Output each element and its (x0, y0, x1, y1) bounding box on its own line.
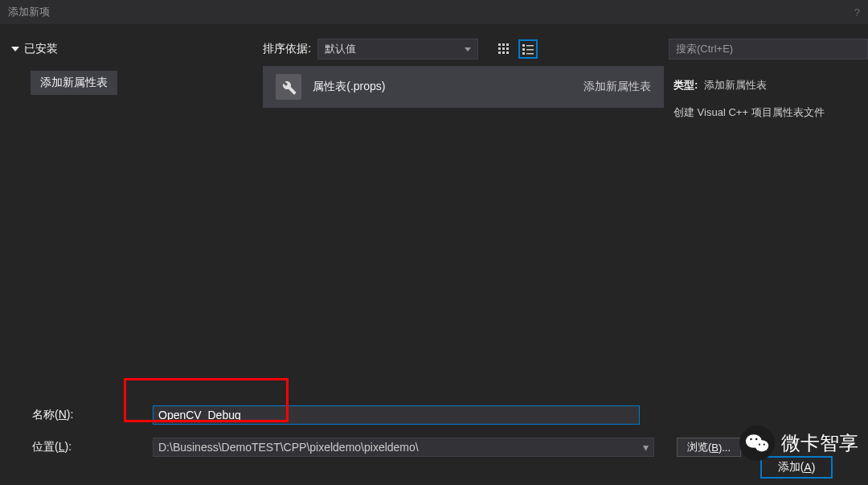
titlebar: 添加新项 ? (0, 0, 868, 24)
desc-type-value: 添加新属性表 (704, 79, 767, 91)
toolbar: 排序依据: 默认值 (263, 39, 664, 60)
template-type: 添加新属性表 (583, 80, 651, 94)
search-placeholder: 搜索(Ctrl+E) (676, 42, 733, 56)
row-name: 名称(N): (32, 402, 857, 428)
bottom-form: 名称(N): 位置(L): D:\Business\DemoTEST\CPP\p… (0, 388, 868, 460)
svg-point-19 (759, 444, 760, 446)
svg-point-20 (764, 444, 765, 446)
svg-point-18 (755, 438, 758, 441)
sort-value: 默认值 (325, 42, 356, 56)
right-pane: 搜索(Ctrl+E) 类型: 添加新属性表 创建 Visual C++ 项目属性… (664, 24, 868, 388)
chevron-down-icon (465, 47, 471, 51)
svg-rect-0 (498, 43, 501, 46)
wrench-icon (276, 74, 301, 100)
desc-detail: 创建 Visual C++ 项目属性表文件 (674, 101, 868, 124)
svg-rect-6 (498, 51, 501, 54)
view-list-icon[interactable] (518, 39, 538, 59)
svg-point-16 (755, 440, 769, 451)
wechat-icon (739, 425, 775, 461)
sidebar: 已安装 添加新属性表 (0, 24, 263, 388)
location-dropdown[interactable]: D:\Business\DemoTEST\CPP\pixeldemo\pixel… (153, 438, 654, 457)
browse-button[interactable]: 浏览(B)... (677, 438, 741, 457)
svg-rect-12 (526, 49, 534, 51)
watermark-text: 微卡智享 (781, 430, 858, 456)
tree-label-installed: 已安装 (24, 42, 58, 56)
svg-rect-5 (506, 47, 509, 50)
watermark: 微卡智享 (739, 425, 858, 461)
svg-rect-9 (522, 44, 525, 47)
sort-dropdown[interactable]: 默认值 (317, 39, 478, 60)
tree-node-installed[interactable]: 已安装 (11, 42, 252, 56)
svg-point-17 (750, 438, 752, 441)
svg-rect-4 (502, 47, 505, 50)
svg-rect-3 (498, 47, 501, 50)
svg-rect-7 (502, 51, 505, 54)
svg-rect-10 (526, 45, 534, 47)
name-input[interactable] (153, 405, 640, 425)
label-location: 位置(L): (32, 440, 153, 454)
tree-node-add-property-sheet[interactable]: 添加新属性表 (31, 71, 117, 95)
template-name: 属性表(.props) (313, 80, 572, 94)
chevron-down-icon: ▾ (643, 441, 649, 454)
svg-rect-8 (506, 51, 509, 54)
main-area: 已安装 添加新属性表 排序依据: 默认值 (0, 24, 868, 388)
chevron-down-icon (11, 47, 19, 51)
svg-rect-1 (502, 43, 505, 46)
help-button[interactable]: ? (854, 6, 860, 18)
svg-rect-14 (526, 53, 534, 55)
svg-rect-13 (522, 52, 525, 55)
template-item-props[interactable]: 属性表(.props) 添加新属性表 (263, 66, 664, 108)
view-mode-group (494, 39, 538, 59)
row-location: 位置(L): D:\Business\DemoTEST\CPP\pixeldem… (32, 434, 857, 460)
sort-by-label: 排序依据: (263, 42, 311, 56)
description-block: 类型: 添加新属性表 创建 Visual C++ 项目属性表文件 (669, 74, 868, 124)
search-input[interactable]: 搜索(Ctrl+E) (669, 39, 868, 60)
svg-rect-11 (522, 48, 525, 51)
location-value: D:\Business\DemoTEST\CPP\pixeldemo\pixel… (158, 441, 419, 454)
view-grid-icon[interactable] (494, 39, 514, 59)
svg-rect-2 (506, 43, 509, 46)
template-list: 属性表(.props) 添加新属性表 (263, 66, 664, 108)
desc-type-label: 类型: (674, 79, 698, 91)
label-name: 名称(N): (32, 408, 153, 422)
center-pane: 排序依据: 默认值 (263, 24, 664, 388)
window-title: 添加新项 (8, 5, 50, 19)
